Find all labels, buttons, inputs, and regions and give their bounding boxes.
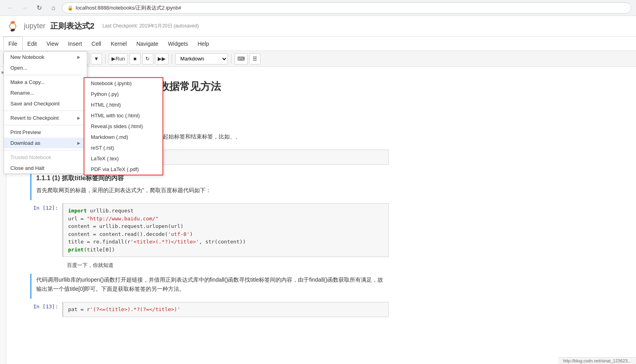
cell-prompt-3: In [13]: xyxy=(30,302,62,309)
code-input-3[interactable]: pat = r'(?<=(title>).*?(?=</title>)' xyxy=(62,302,389,317)
status-text: http://blog.csdn.net/sinat_123623... xyxy=(563,358,631,363)
toolbar-divider-5 xyxy=(231,54,231,64)
home-button[interactable]: ⌂ xyxy=(48,2,59,14)
subsection-text1: 首先爬取网页的标题，采用的正则表达式为"，爬取百度标题代码如下： xyxy=(36,186,389,195)
menu-kernel[interactable]: Kernel xyxy=(106,37,131,51)
download-rst[interactable]: reST (.rst) xyxy=(84,142,162,153)
menu-rename[interactable]: Rename... xyxy=(4,88,87,98)
output-text-1: 百度一下，你就知道 xyxy=(62,260,118,271)
menu-open[interactable]: Open... xyxy=(4,62,87,73)
menu-bar: File New Notebook ▶ Open... Make a Copy.… xyxy=(0,37,636,51)
menu-make-copy[interactable]: Make a Copy... xyxy=(4,77,87,88)
explanation-markdown[interactable]: 代码调用urllib库的urlopen()函数打开超链接，并借用正则表达式库中的… xyxy=(30,274,389,299)
download-md[interactable]: Markdown (.md) xyxy=(84,132,162,142)
file-dropdown: New Notebook ▶ Open... Make a Copy... Re… xyxy=(4,51,87,174)
download-reveal[interactable]: Reveal.js slides (.html) xyxy=(84,121,162,132)
explanation-text: 代码调用urllib库的urlopen()函数打开超链接，并借用正则表达式库中的… xyxy=(36,275,389,293)
move-down-button[interactable]: ▼ xyxy=(91,53,102,64)
run-button[interactable]: ▶ Run xyxy=(109,53,128,64)
keyboard-shortcuts-button[interactable]: ⌨ xyxy=(235,53,248,64)
code-input-2[interactable]: import urllib.request url = "http://www.… xyxy=(62,203,389,257)
toolbar-divider-4 xyxy=(172,54,172,64)
jupyter-brand: jupyter xyxy=(24,22,45,30)
url-text: localhost:8888/notebooks/正则表达式2.ipynb# xyxy=(76,4,181,12)
menu-view[interactable]: View xyxy=(42,37,63,51)
menu-help[interactable]: Help xyxy=(193,37,214,51)
download-html[interactable]: HTML (.html) xyxy=(84,99,162,110)
browser-bar: ← → ↻ ⌂ 🔒 localhost:8888/notebooks/正则表达式… xyxy=(0,0,636,16)
menu-cell[interactable]: Cell xyxy=(87,37,106,51)
cell-prompt-2: In [12]: xyxy=(30,203,62,211)
download-latex[interactable]: LaTeX (.tex) xyxy=(84,153,162,164)
output-prompt-1 xyxy=(30,260,62,262)
jupyter-header: jupyter 正则表达式2 Last Checkpoint: 2019年1月2… xyxy=(0,16,636,37)
separator-1 xyxy=(4,75,87,75)
heading-3: 1.1.1 (1) 抓取title标签间的内容 xyxy=(36,174,389,183)
arrow-icon: ▶ xyxy=(77,55,80,59)
menu-new-notebook[interactable]: New Notebook ▶ xyxy=(4,52,87,62)
menu-file[interactable]: File New Notebook ▶ Open... Make a Copy.… xyxy=(3,37,23,51)
download-ipynb[interactable]: Notebook (.ipynb) xyxy=(84,78,162,89)
arrow-icon-3: ▶ xyxy=(77,141,80,145)
restart-run-button[interactable]: ▶▶ xyxy=(155,53,168,64)
toolbar-divider-3 xyxy=(105,54,106,64)
back-button[interactable]: ← xyxy=(5,2,16,14)
menu-insert[interactable]: Insert xyxy=(63,37,87,51)
menu-save-checkpoint[interactable]: Save and Checkpoint xyxy=(4,98,87,109)
code-cell-2: In [12]: import urllib.request url = "ht… xyxy=(30,203,389,257)
cell-toolbar-button[interactable]: ☰ xyxy=(249,53,260,64)
download-py[interactable]: Python (.py) xyxy=(84,89,162,99)
menu-navigate[interactable]: Navigate xyxy=(131,37,163,51)
notebook-title[interactable]: 正则表达式2 xyxy=(50,21,94,31)
menu-widgets[interactable]: Widgets xyxy=(163,37,193,51)
arrow-icon-2: ▶ xyxy=(77,116,80,120)
interrupt-button[interactable]: ■ xyxy=(129,53,141,64)
download-html-toc[interactable]: HTML with toc (.html) xyxy=(84,110,162,121)
menu-close-halt[interactable]: Close and Halt xyxy=(4,163,87,173)
toolbar: 💾 + ✂ ▯ ▯ ▲ ▼ ▶ Run ■ ↻ ▶▶ Markdown Code… xyxy=(0,51,636,67)
separator-2 xyxy=(4,111,87,111)
refresh-button[interactable]: ↻ xyxy=(33,2,45,14)
cell-type-select[interactable]: Markdown Code Raw NBConvert Heading xyxy=(175,53,228,64)
explanation-cell: 代码调用urllib库的urlopen()函数打开超链接，并借用正则表达式库中的… xyxy=(30,274,389,299)
menu-revert-checkpoint[interactable]: Revert to Checkpoint ▶ xyxy=(4,113,87,123)
jupyter-logo-icon xyxy=(6,20,19,33)
restart-button[interactable]: ↻ xyxy=(142,53,153,64)
separator-3 xyxy=(4,125,87,125)
menu-edit[interactable]: Edit xyxy=(23,37,42,51)
menu-download-as[interactable]: Download as ▶ xyxy=(4,138,87,148)
separator-4 xyxy=(4,150,87,150)
download-submenu: Notebook (.ipynb) Python (.py) HTML (.ht… xyxy=(84,77,163,175)
code-cell-3: In [13]: pat = r'(?<=(title>).*?(?=</tit… xyxy=(30,302,389,317)
checkpoint-info: Last Checkpoint: 2019年1月20日 (autosaved) xyxy=(102,23,199,29)
status-bar: http://blog.csdn.net/sinat_123623... xyxy=(558,357,636,364)
forward-button[interactable]: → xyxy=(19,2,30,14)
output-cell-1: 百度一下，你就知道 xyxy=(30,260,389,271)
address-bar[interactable]: 🔒 localhost:8888/notebooks/正则表达式2.ipynb# xyxy=(62,2,631,14)
download-pdf[interactable]: PDF via LaTeX (.pdf) xyxy=(84,164,162,175)
menu-print-preview[interactable]: Print Preview xyxy=(4,127,87,138)
menu-trusted-notebook[interactable]: Trusted Notebook xyxy=(4,152,87,163)
